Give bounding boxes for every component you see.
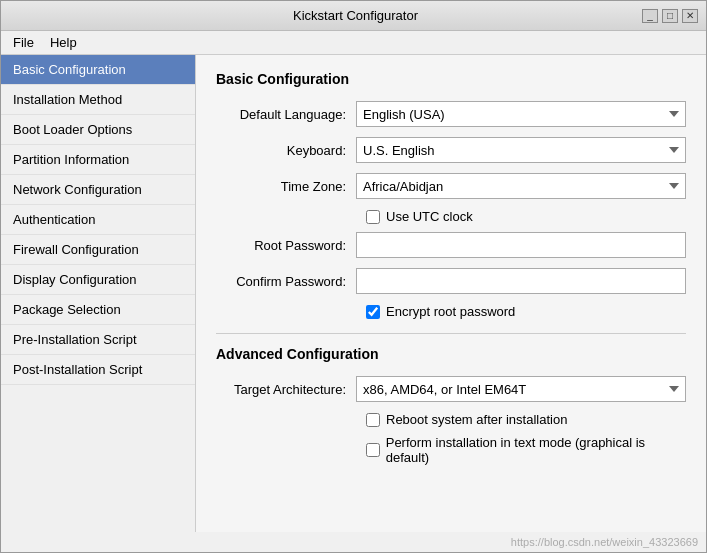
confirm-password-label: Confirm Password:: [216, 274, 356, 289]
text-mode-label: Perform installation in text mode (graph…: [386, 435, 686, 465]
time-zone-control: Africa/Abidjan: [356, 173, 686, 199]
text-mode-checkbox[interactable]: [366, 443, 380, 457]
main-panel: Basic Configuration Default Language: En…: [196, 55, 706, 532]
confirm-password-row: Confirm Password:: [216, 268, 686, 294]
sidebar-item-pre-installation-script[interactable]: Pre-Installation Script: [1, 325, 195, 355]
menu-help[interactable]: Help: [42, 33, 85, 52]
advanced-config-title: Advanced Configuration: [216, 346, 686, 362]
target-architecture-label: Target Architecture:: [216, 382, 356, 397]
use-utc-clock-row: Use UTC clock: [366, 209, 686, 224]
content-area: Basic Configuration Installation Method …: [1, 55, 706, 532]
sidebar-item-partition-information[interactable]: Partition Information: [1, 145, 195, 175]
reboot-row: Reboot system after installation: [366, 412, 686, 427]
sidebar-item-basic-configuration[interactable]: Basic Configuration: [1, 55, 195, 85]
time-zone-label: Time Zone:: [216, 179, 356, 194]
default-language-select[interactable]: English (USA): [356, 101, 686, 127]
watermark: https://blog.csdn.net/weixin_43323669: [1, 532, 706, 552]
default-language-control: English (USA): [356, 101, 686, 127]
target-architecture-control: x86, AMD64, or Intel EM64T: [356, 376, 686, 402]
reboot-checkbox[interactable]: [366, 413, 380, 427]
sidebar-item-network-configuration[interactable]: Network Configuration: [1, 175, 195, 205]
sidebar: Basic Configuration Installation Method …: [1, 55, 196, 532]
root-password-control: [356, 232, 686, 258]
target-architecture-select[interactable]: x86, AMD64, or Intel EM64T: [356, 376, 686, 402]
time-zone-select[interactable]: Africa/Abidjan: [356, 173, 686, 199]
root-password-row: Root Password:: [216, 232, 686, 258]
confirm-password-input[interactable]: [356, 268, 686, 294]
root-password-label: Root Password:: [216, 238, 356, 253]
sidebar-item-display-configuration[interactable]: Display Configuration: [1, 265, 195, 295]
sidebar-item-installation-method[interactable]: Installation Method: [1, 85, 195, 115]
title-bar-controls: _ □ ✕: [642, 9, 698, 23]
reboot-label: Reboot system after installation: [386, 412, 567, 427]
sidebar-item-post-installation-script[interactable]: Post-Installation Script: [1, 355, 195, 385]
minimize-button[interactable]: _: [642, 9, 658, 23]
keyboard-control: U.S. English: [356, 137, 686, 163]
default-language-row: Default Language: English (USA): [216, 101, 686, 127]
time-zone-row: Time Zone: Africa/Abidjan: [216, 173, 686, 199]
sidebar-item-authentication[interactable]: Authentication: [1, 205, 195, 235]
use-utc-clock-label: Use UTC clock: [386, 209, 473, 224]
window-title: Kickstart Configurator: [69, 8, 642, 23]
sidebar-item-boot-loader-options[interactable]: Boot Loader Options: [1, 115, 195, 145]
main-window: Kickstart Configurator _ □ ✕ File Help B…: [0, 0, 707, 553]
keyboard-select[interactable]: U.S. English: [356, 137, 686, 163]
root-password-input[interactable]: [356, 232, 686, 258]
encrypt-root-password-row: Encrypt root password: [366, 304, 686, 319]
title-bar: Kickstart Configurator _ □ ✕: [1, 1, 706, 31]
confirm-password-control: [356, 268, 686, 294]
encrypt-root-password-checkbox[interactable]: [366, 305, 380, 319]
keyboard-label: Keyboard:: [216, 143, 356, 158]
section-divider: [216, 333, 686, 334]
target-architecture-row: Target Architecture: x86, AMD64, or Inte…: [216, 376, 686, 402]
basic-config-title: Basic Configuration: [216, 71, 686, 87]
keyboard-row: Keyboard: U.S. English: [216, 137, 686, 163]
close-button[interactable]: ✕: [682, 9, 698, 23]
menu-bar: File Help: [1, 31, 706, 55]
use-utc-clock-checkbox[interactable]: [366, 210, 380, 224]
menu-file[interactable]: File: [5, 33, 42, 52]
sidebar-item-package-selection[interactable]: Package Selection: [1, 295, 195, 325]
default-language-label: Default Language:: [216, 107, 356, 122]
maximize-button[interactable]: □: [662, 9, 678, 23]
text-mode-row: Perform installation in text mode (graph…: [366, 435, 686, 465]
encrypt-root-password-label: Encrypt root password: [386, 304, 515, 319]
sidebar-item-firewall-configuration[interactable]: Firewall Configuration: [1, 235, 195, 265]
